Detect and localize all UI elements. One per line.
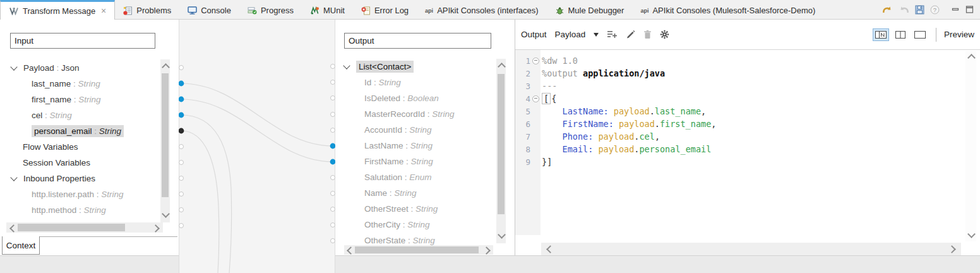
output-tree-item-isdeleted[interactable]: IsDeleted : Boolean: [342, 90, 439, 106]
output-tree-item-salutation[interactable]: Salutation : Enum: [342, 169, 432, 185]
scrollbar-thumb[interactable]: [18, 224, 125, 231]
input-tree-item-http-method[interactable]: http.method : String: [9, 202, 106, 218]
anchor-otherstreet[interactable]: [331, 207, 335, 212]
output-tree-item-otherstate[interactable]: OtherState : String: [342, 233, 435, 245]
tab-apikit-consoles-interfaces[interactable]: apiAPIkit Consoles (interfaces): [417, 0, 546, 19]
code-line-6[interactable]: 6 FirstName: payload.first_name,: [515, 118, 716, 130]
input-tree-item-last-name[interactable]: last_name : String: [9, 76, 100, 92]
anchor-first_name[interactable]: [179, 97, 184, 102]
anchor-hidden-row[interactable]: [179, 224, 184, 228]
fold-column[interactable]: [530, 95, 541, 102]
scroll-right-icon[interactable]: [482, 246, 491, 255]
chevron-down-icon[interactable]: [10, 63, 17, 70]
anchor-otherstate[interactable]: [331, 239, 335, 243]
scroll-right-icon[interactable]: [948, 245, 956, 253]
scroll-left-icon[interactable]: [347, 246, 355, 255]
delete-button[interactable]: [643, 30, 652, 39]
code-line-9[interactable]: 9}]: [515, 155, 552, 168]
scrollbar-thumb[interactable]: [355, 246, 479, 253]
output-tree-item-masterrecordid[interactable]: MasterRecordId : String: [342, 106, 455, 122]
tab-progress[interactable]: Progress: [239, 0, 302, 19]
anchor-http-listener-path[interactable]: [179, 192, 184, 197]
code-line-7[interactable]: 7 Phone: payload.cel,: [515, 130, 660, 143]
output-tree-hscrollbar[interactable]: [344, 245, 493, 255]
tab-apikit-consoles-mulesoft-salesforce-demo[interactable]: apiAPIkit Consoles (Mulesoft-Salesforce-…: [632, 0, 823, 19]
anchor-http-method[interactable]: [179, 208, 184, 212]
output-tree-item-otherstreet[interactable]: OtherStreet : String: [342, 201, 438, 217]
input-tree-item-payload[interactable]: Payload : Json: [9, 60, 80, 76]
anchor-salutation[interactable]: [331, 176, 335, 180]
input-tree-item-first-name[interactable]: first_name : String: [9, 92, 101, 107]
code-line-4[interactable]: 4[{: [515, 92, 556, 105]
input-tree-item-flow-variables[interactable]: Flow Variables: [9, 139, 78, 155]
scroll-down-icon[interactable]: [967, 230, 976, 238]
editor-hscrollbar[interactable]: [541, 243, 961, 255]
anchor-id[interactable]: [331, 80, 335, 85]
anchor-list-contact[interactable]: [331, 64, 335, 69]
code-line-3[interactable]: 3---: [515, 80, 557, 92]
close-icon[interactable]: ×: [101, 6, 106, 15]
anchor-cel[interactable]: [179, 112, 184, 118]
output-tree-vscrollbar[interactable]: [496, 59, 506, 243]
undo-icon[interactable]: [882, 5, 893, 14]
input-tree-hscrollbar[interactable]: [6, 222, 163, 233]
input-tree-item-cel[interactable]: cel : String: [9, 107, 72, 123]
tab-mule-debugger[interactable]: Mule Debugger: [547, 0, 633, 19]
anchor-isdeleted[interactable]: [331, 96, 335, 100]
maximize-icon[interactable]: [965, 6, 974, 13]
input-tree-item-personal-email[interactable]: personal_email : String: [9, 123, 124, 139]
code-line-2[interactable]: 2%output application/java: [515, 67, 665, 80]
tab-console[interactable]: Console: [179, 0, 239, 19]
fold-collapse-icon[interactable]: [532, 58, 539, 64]
minimize-icon[interactable]: [952, 6, 960, 13]
tab-munit[interactable]: MUnit: [302, 0, 353, 19]
code-line-5[interactable]: 5 LastName: payload.last_name,: [515, 105, 706, 118]
output-tree-item-accountid[interactable]: AccountId : String: [342, 122, 432, 138]
scroll-left-icon[interactable]: [9, 224, 18, 233]
add-transform-button[interactable]: [607, 30, 618, 39]
view-two-columns-button[interactable]: [892, 28, 909, 41]
input-tree-vscrollbar[interactable]: [160, 59, 170, 222]
anchor-session-variables[interactable]: [179, 161, 184, 165]
save-icon[interactable]: [915, 5, 924, 15]
output-tree-item-id[interactable]: Id : String: [342, 75, 401, 90]
fold-column[interactable]: [530, 58, 541, 64]
scroll-up-icon[interactable]: [967, 54, 976, 62]
anchor-lastname[interactable]: [330, 143, 335, 149]
output-tree-item-list-contact[interactable]: List<Contact>: [342, 59, 414, 75]
chevron-down-icon[interactable]: [10, 174, 17, 181]
view-split-code-button[interactable]: [873, 28, 889, 41]
tab-context[interactable]: Context: [2, 236, 40, 255]
tab-error-log[interactable]: Error Log: [353, 0, 417, 19]
scrollbar-thumb[interactable]: [498, 74, 505, 214]
tab-problems[interactable]: Problems: [115, 0, 179, 19]
input-tree-item-http-listener-path[interactable]: http.listener.path : String: [9, 186, 124, 202]
editor-vscrollbar[interactable]: [965, 51, 976, 241]
redo-icon[interactable]: [899, 5, 909, 14]
code-line-1[interactable]: 1%dw 1.0: [515, 54, 578, 67]
settings-button[interactable]: [660, 30, 669, 39]
edit-button[interactable]: [626, 30, 635, 39]
anchor-last_name[interactable]: [179, 81, 184, 87]
anchor-firstname[interactable]: [330, 159, 335, 165]
chevron-down-icon[interactable]: [343, 62, 350, 69]
input-search-field[interactable]: [10, 33, 155, 49]
preview-button[interactable]: Preview: [944, 30, 974, 39]
scroll-down-icon[interactable]: [162, 210, 170, 218]
output-search-field[interactable]: [344, 33, 491, 49]
output-tree-item-othercity[interactable]: OtherCity : String: [342, 217, 430, 233]
help-icon[interactable]: ?: [930, 5, 940, 15]
anchor-accountid[interactable]: [331, 128, 335, 133]
output-tree-item-name[interactable]: Name : String: [342, 185, 417, 201]
view-single-button[interactable]: [912, 28, 928, 41]
scroll-up-icon[interactable]: [498, 63, 506, 71]
output-tree-item-firstname[interactable]: FirstName : String: [342, 154, 433, 169]
scroll-down-icon[interactable]: [498, 231, 506, 239]
anchor-othercity[interactable]: [331, 223, 335, 228]
anchor-personal_email[interactable]: [179, 128, 184, 134]
scroll-up-icon[interactable]: [162, 63, 170, 71]
input-tree-item-session-variables[interactable]: Session Variables: [9, 155, 90, 171]
anchor-inbound-properties[interactable]: [179, 176, 184, 181]
tab-transform-message[interactable]: Transform Message×: [0, 0, 115, 20]
payload-dropdown-icon[interactable]: [594, 33, 599, 37]
